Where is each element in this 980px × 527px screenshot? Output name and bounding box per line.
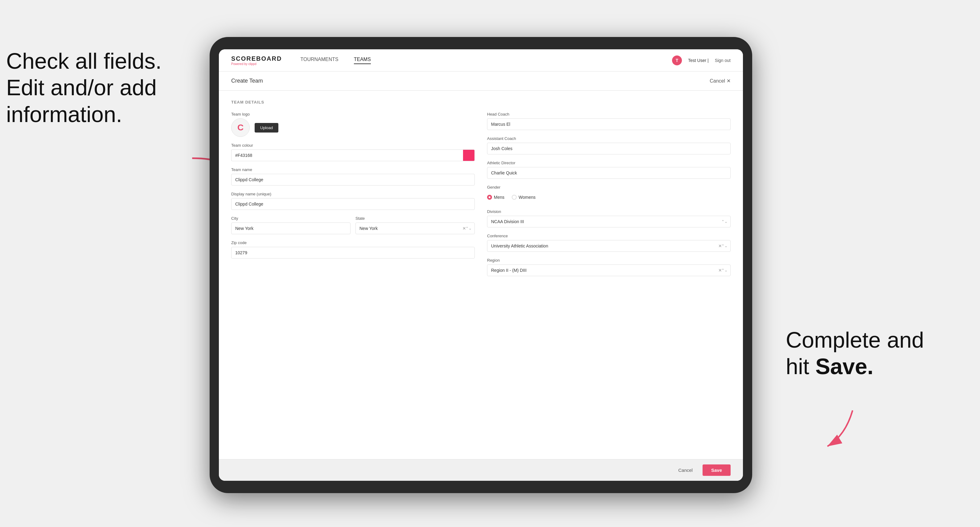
tablet-frame: SCOREBOARD Powered by clippd TOURNAMENTS… bbox=[210, 37, 752, 493]
athletic-director-input[interactable] bbox=[487, 167, 730, 179]
navbar: SCOREBOARD Powered by clippd TOURNAMENTS… bbox=[219, 49, 743, 71]
team-colour-group: Team colour bbox=[231, 143, 475, 161]
division-select-wrapper: NCAA Division III ⌃⌄ bbox=[487, 216, 730, 227]
gender-label: Gender bbox=[487, 185, 730, 189]
complete-line1: Complete and bbox=[786, 327, 964, 353]
conference-label: Conference bbox=[487, 233, 730, 238]
conference-group: Conference University Athletic Associati… bbox=[487, 233, 730, 252]
form-footer: Cancel Save bbox=[219, 459, 743, 481]
head-coach-group: Head Coach bbox=[487, 112, 730, 130]
assistant-coach-input[interactable] bbox=[487, 143, 730, 154]
head-coach-input[interactable] bbox=[487, 118, 730, 130]
complete-line2: hit Save. bbox=[786, 353, 964, 380]
nav-tournaments[interactable]: TOURNAMENTS bbox=[300, 57, 338, 64]
upload-button[interactable]: Upload bbox=[255, 123, 278, 133]
sign-out-link[interactable]: Sign out bbox=[715, 58, 730, 63]
conference-select-wrapper: University Athletic Association ✕ ⌃⌄ bbox=[487, 240, 730, 252]
form-col-left: Team logo C Upload Team colour bbox=[231, 112, 475, 282]
gender-row: Mens Womens bbox=[487, 191, 730, 203]
nav-links: TOURNAMENTS TEAMS bbox=[300, 57, 672, 64]
assistant-coach-label: Assistant Coach bbox=[487, 136, 730, 141]
nav-teams[interactable]: TEAMS bbox=[354, 57, 371, 64]
form-col-right: Head Coach Assistant Coach Athletic Dire… bbox=[487, 112, 730, 282]
team-name-group: Team name bbox=[231, 167, 475, 186]
form-columns: Team logo C Upload Team colour bbox=[231, 112, 730, 282]
logo-circle: C bbox=[231, 118, 250, 137]
instruction-line3: information. bbox=[6, 101, 185, 128]
conference-clear-icon[interactable]: ✕ bbox=[718, 243, 722, 248]
conference-select[interactable]: University Athletic Association bbox=[487, 240, 730, 252]
user-name: Test User | bbox=[688, 58, 709, 63]
athletic-director-label: Athletic Director bbox=[487, 160, 730, 165]
user-avatar: T bbox=[672, 56, 682, 65]
footer-cancel-button[interactable]: Cancel bbox=[673, 465, 698, 475]
team-colour-label: Team colour bbox=[231, 143, 475, 148]
state-clear-icon[interactable]: ✕ bbox=[462, 226, 466, 231]
navbar-right: T Test User | Sign out bbox=[672, 56, 730, 65]
gender-group: Gender Mens Womens bbox=[487, 185, 730, 203]
team-name-label: Team name bbox=[231, 167, 475, 172]
instruction-text-left: Check all fields. Edit and/or add inform… bbox=[6, 48, 185, 128]
create-team-header: Create Team Cancel ✕ bbox=[219, 71, 743, 90]
division-label: Division bbox=[487, 209, 730, 214]
color-swatch[interactable] bbox=[463, 149, 475, 161]
gender-womens-radio[interactable] bbox=[512, 195, 517, 200]
display-name-group: Display name (unique) bbox=[231, 192, 475, 210]
region-select[interactable]: Region II - (M) DIII bbox=[487, 264, 730, 276]
city-field: City bbox=[231, 216, 350, 234]
athletic-director-group: Athletic Director bbox=[487, 160, 730, 179]
brand-logo: SCOREBOARD Powered by clippd bbox=[231, 55, 282, 66]
display-name-input[interactable] bbox=[231, 198, 475, 210]
color-input-wrapper bbox=[231, 149, 475, 161]
zip-group: Zip code bbox=[231, 240, 475, 259]
section-label: TEAM DETAILS bbox=[231, 100, 730, 105]
division-select[interactable]: NCAA Division III bbox=[487, 216, 730, 227]
gender-womens-label[interactable]: Womens bbox=[512, 195, 536, 200]
brand-sub: Powered by clippd bbox=[231, 62, 282, 66]
team-colour-input[interactable] bbox=[231, 149, 463, 161]
brand-name: SCOREBOARD bbox=[231, 55, 282, 62]
division-group: Division NCAA Division III ⌃⌄ bbox=[487, 209, 730, 227]
state-select-wrapper: New York ✕ ⌃⌄ bbox=[355, 222, 475, 234]
logo-container: C Upload bbox=[231, 118, 475, 137]
state-select[interactable]: New York bbox=[355, 222, 475, 234]
arrow-right-icon bbox=[817, 407, 860, 450]
save-button[interactable]: Save bbox=[703, 464, 730, 476]
region-group: Region Region II - (M) DIII ✕ ⌃⌄ bbox=[487, 258, 730, 276]
city-state-row: City State New York ✕ ⌃⌄ bbox=[231, 216, 475, 234]
cancel-x-button[interactable]: Cancel ✕ bbox=[710, 78, 730, 84]
head-coach-label: Head Coach bbox=[487, 112, 730, 116]
display-name-label: Display name (unique) bbox=[231, 192, 475, 196]
zip-label: Zip code bbox=[231, 240, 475, 245]
instruction-text-right: Complete and hit Save. bbox=[786, 327, 964, 380]
team-name-input[interactable] bbox=[231, 174, 475, 186]
gender-mens-radio[interactable] bbox=[487, 195, 492, 200]
gender-mens-label[interactable]: Mens bbox=[487, 195, 504, 200]
create-team-title: Create Team bbox=[231, 78, 263, 84]
assistant-coach-group: Assistant Coach bbox=[487, 136, 730, 154]
city-label: City bbox=[231, 216, 350, 221]
state-label: State bbox=[355, 216, 475, 221]
team-logo-label: Team logo bbox=[231, 112, 475, 116]
city-input[interactable] bbox=[231, 222, 350, 234]
instruction-line2: Edit and/or add bbox=[6, 74, 185, 101]
region-clear-icon[interactable]: ✕ bbox=[718, 268, 722, 273]
form-area: TEAM DETAILS Team logo C Upload Team c bbox=[219, 90, 743, 459]
region-select-wrapper: Region II - (M) DIII ✕ ⌃⌄ bbox=[487, 264, 730, 276]
tablet-screen: SCOREBOARD Powered by clippd TOURNAMENTS… bbox=[219, 49, 743, 481]
instruction-line1: Check all fields. bbox=[6, 48, 185, 74]
region-label: Region bbox=[487, 258, 730, 263]
city-state-group: City State New York ✕ ⌃⌄ bbox=[231, 216, 475, 234]
state-field: State New York ✕ ⌃⌄ bbox=[355, 216, 475, 234]
zip-input[interactable] bbox=[231, 247, 475, 259]
team-logo-group: Team logo C Upload bbox=[231, 112, 475, 137]
